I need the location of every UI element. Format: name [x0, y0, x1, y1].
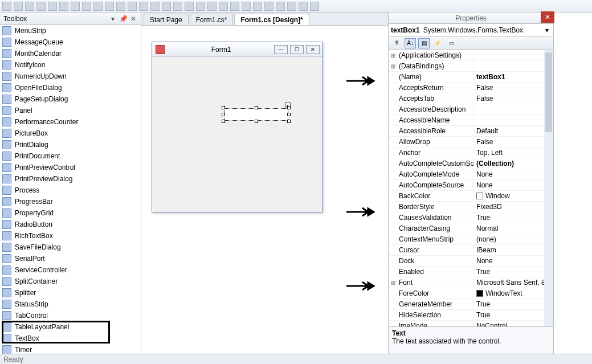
toolbox-item[interactable]: Panel: [0, 105, 141, 116]
toolbar-button[interactable]: [287, 2, 296, 11]
toolbox-item[interactable]: TableLayoutPanel: [0, 321, 141, 333]
toolbar-button[interactable]: [230, 2, 239, 11]
property-row[interactable]: ForeColorWindowText: [389, 288, 553, 299]
toolbox-item[interactable]: SplitContainer: [0, 276, 141, 287]
document-tab[interactable]: Form1.cs [Design]*: [234, 14, 309, 25]
toolbox-item[interactable]: PerformanceCounter: [0, 116, 141, 128]
maximize-button[interactable]: ☐: [290, 45, 304, 54]
resize-handle[interactable]: [287, 106, 291, 109]
toolbox-item[interactable]: PropertyGrid: [0, 207, 141, 219]
toolbar-button[interactable]: [162, 2, 171, 11]
resize-handle[interactable]: [222, 106, 225, 109]
toolbar-button[interactable]: [2, 2, 11, 11]
toolbox-item[interactable]: NumericUpDown: [0, 71, 141, 82]
selected-textbox[interactable]: ▸: [224, 108, 288, 121]
panel-close-button[interactable]: ✕: [541, 11, 554, 23]
property-row[interactable]: ⊞FontMicrosoft Sans Serif, 8.25pt: [389, 277, 553, 288]
property-row[interactable]: (Name)textBox1: [389, 72, 553, 83]
toolbox-item[interactable]: Splitter: [0, 287, 141, 298]
toolbar-button[interactable]: [139, 2, 148, 11]
toolbox-item[interactable]: PrintPreviewDialog: [0, 173, 141, 185]
toolbar-button[interactable]: [173, 2, 182, 11]
toolbox-item[interactable]: PrintPreviewControl: [0, 162, 141, 173]
toolbar-button[interactable]: [14, 2, 23, 11]
property-row[interactable]: GenerateMemberTrue: [389, 299, 553, 310]
property-row[interactable]: CausesValidationTrue: [389, 212, 553, 223]
property-row[interactable]: HideSelectionTrue: [389, 310, 553, 321]
properties-grid[interactable]: ⊞(ApplicationSettings)⊞(DataBindings)(Na…: [389, 50, 553, 326]
toolbar-button[interactable]: [128, 2, 137, 11]
scrollbar[interactable]: [544, 50, 553, 326]
toolbar-button[interactable]: [242, 2, 251, 11]
property-row[interactable]: CursorIBeam: [389, 245, 553, 256]
toolbox-item[interactable]: PrintDialog: [0, 139, 141, 150]
toolbox-item[interactable]: PageSetupDialog: [0, 93, 141, 105]
toolbox-item[interactable]: TextBox: [0, 333, 141, 344]
toolbox-item[interactable]: ServiceController: [0, 264, 141, 276]
toolbox-item[interactable]: Timer: [0, 344, 141, 354]
toolbar-button[interactable]: [264, 2, 273, 11]
resize-handle[interactable]: [255, 106, 258, 109]
alphabetical-button[interactable]: A↓: [405, 38, 416, 48]
property-row[interactable]: ContextMenuStrip(none): [389, 234, 553, 245]
minimize-button[interactable]: —: [274, 45, 288, 54]
property-row[interactable]: DockNone: [389, 256, 553, 267]
toolbar-button[interactable]: [48, 2, 57, 11]
property-row[interactable]: AccessibleRoleDefault: [389, 126, 553, 137]
toolbar-button[interactable]: [59, 2, 68, 11]
close-icon[interactable]: ✕: [129, 15, 137, 23]
toolbar-button[interactable]: [105, 2, 114, 11]
property-row[interactable]: AccessibleDescription: [389, 104, 553, 115]
property-row[interactable]: CharacterCasingNormal: [389, 223, 553, 234]
resize-handle[interactable]: [287, 120, 291, 123]
design-surface[interactable]: Form1 — ☐ ✕ ▸: [141, 25, 388, 354]
property-row[interactable]: AnchorTop, Left: [389, 148, 553, 158]
toolbox-item[interactable]: ProgressBar: [0, 196, 141, 207]
toolbar-button[interactable]: [116, 2, 125, 11]
property-row[interactable]: ⊞(DataBindings): [389, 61, 553, 72]
resize-handle[interactable]: [287, 113, 291, 116]
toolbar-button[interactable]: [36, 2, 46, 11]
document-tab[interactable]: Form1.cs*: [190, 14, 234, 25]
property-row[interactable]: AutoCompleteSourceNone: [389, 180, 553, 191]
toolbox-list[interactable]: MenuStripMessageQueueMonthCalendarNotify…: [0, 25, 141, 354]
pin-icon[interactable]: 📌: [119, 15, 127, 23]
toolbar-button[interactable]: [150, 2, 160, 11]
textbox-control[interactable]: [224, 108, 288, 121]
toolbox-item[interactable]: PrintDocument: [0, 150, 141, 162]
dropdown-icon[interactable]: ▾: [109, 15, 117, 23]
toolbar-button[interactable]: [93, 2, 103, 11]
expand-icon[interactable]: ⊞: [389, 50, 398, 60]
property-row[interactable]: EnabledTrue: [389, 267, 553, 277]
scrollbar-thumb[interactable]: [545, 52, 552, 132]
toolbox-item[interactable]: NotifyIcon: [0, 59, 141, 71]
resize-handle[interactable]: [222, 120, 225, 123]
toolbar-button[interactable]: [82, 2, 91, 11]
property-row[interactable]: ImeModeNoControl: [389, 321, 553, 326]
toolbox-item[interactable]: MenuStrip: [0, 25, 141, 36]
form-window[interactable]: Form1 — ☐ ✕ ▸: [152, 42, 322, 212]
property-row[interactable]: ⊞(ApplicationSettings): [389, 50, 553, 61]
toolbar-button[interactable]: [310, 2, 319, 11]
categorized-button[interactable]: ⠿: [391, 38, 402, 48]
toolbox-item[interactable]: MonthCalendar: [0, 48, 141, 59]
expand-icon[interactable]: ⊞: [389, 61, 398, 71]
toolbar-button[interactable]: [71, 2, 80, 11]
toolbar-button[interactable]: [196, 2, 205, 11]
property-row[interactable]: AcceptsTabFalse: [389, 93, 553, 104]
toolbar-button[interactable]: [207, 2, 217, 11]
toolbox-item[interactable]: StatusStrip: [0, 298, 141, 310]
toolbar-button[interactable]: [185, 2, 194, 11]
toolbox-item[interactable]: Process: [0, 185, 141, 196]
chevron-down-icon[interactable]: ▾: [543, 26, 551, 34]
property-row[interactable]: AllowDropFalse: [389, 137, 553, 148]
property-pages-button[interactable]: ▭: [446, 38, 457, 48]
form-titlebar[interactable]: Form1 — ☐ ✕: [152, 42, 322, 57]
toolbox-item[interactable]: SaveFileDialog: [0, 242, 141, 253]
resize-handle[interactable]: [222, 113, 225, 116]
property-row[interactable]: BackColorWindow: [389, 191, 553, 202]
toolbar-button[interactable]: [299, 2, 308, 11]
property-row[interactable]: AutoCompleteCustomSource(Collection): [389, 158, 553, 169]
properties-object-selector[interactable]: textBox1 System.Windows.Forms.TextBox ▾: [389, 24, 553, 36]
toolbar-button[interactable]: [25, 2, 34, 11]
